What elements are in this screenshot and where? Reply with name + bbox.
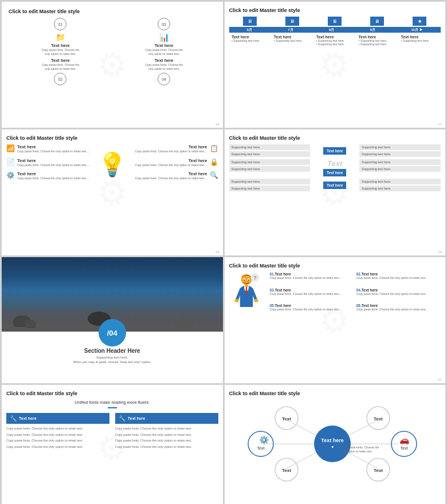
svg-point-16 (314, 426, 351, 462)
s3-l1-title: Text here (17, 144, 89, 149)
slide-8: ⚙ Click to edit Master title style Text … (225, 385, 446, 504)
slide7-title: Click to edit Master title style (6, 391, 218, 396)
slide4-row2: Supporting text here. Supporting text he… (229, 159, 441, 176)
s4-r1-sup3: Supporting text here. (359, 144, 441, 150)
svg-text:Text: Text (257, 446, 264, 450)
page-num-4: 19 (438, 250, 442, 254)
svg-point-3 (244, 279, 245, 281)
slide7-cols: 🔧 Text here Copy paste fonts. Choose the… (6, 413, 218, 450)
slide4-title: Click to edit Master title style (229, 135, 441, 141)
section-supporting: Supporting text here. (96, 356, 128, 359)
item02-title: Text here (40, 58, 80, 63)
circle-04: 04 (158, 73, 170, 85)
person-illustration: ? (229, 272, 264, 315)
s6-item-06: 06.Text here Copy paste fonts. Choose th… (356, 304, 441, 317)
s4-r2-sup2: Supporting text here. (229, 166, 311, 172)
s6-item-05: 05.Text here Copy paste fonts. Choose th… (270, 304, 354, 317)
slide3-left: 📶 Text here Copy paste fonts. Choose the… (6, 144, 94, 185)
slide-6: ⚙ Click to edit Master title style (225, 257, 446, 383)
s3-r1-desc: Copy paste fonts. Choose the only option… (135, 149, 207, 153)
s3-l3-title: Text here (17, 171, 89, 176)
slide8-desc: Copy paste fonts. Choose the only option… (341, 446, 381, 453)
slide7-col1: 🔧 Text here Copy paste fonts. Choose the… (6, 413, 109, 450)
tl-icon-2: 🖥 (274, 17, 311, 26)
svg-point-4 (248, 279, 249, 281)
item01-desc: Copy paste fonts. Choose the only option… (40, 48, 80, 56)
tl-content-5: Text here • Supporting text here. (401, 35, 438, 46)
slide7-col1-bar: 🔧 Text here (6, 413, 109, 424)
slide8-diagram: Text here ● Text Text ⚙️ Text 🚗 Tex (229, 400, 441, 491)
s4-r1-sup4: Supporting text here. (359, 151, 441, 157)
item01-title: Text here (40, 43, 80, 48)
slide2-title: Click to edit Master title style (229, 7, 441, 13)
watermark-2: ⚙ (311, 40, 358, 90)
item03-desc: Copy paste fonts. Choose the only option… (144, 48, 184, 56)
s4-r3-sup3: Supporting text here. (359, 179, 441, 184)
slide-2: ⚙ Click to edit Master title style 🖥 🖥 (225, 2, 446, 128)
s6-item-01: 01.Text here Copy paste fonts. Choose th… (270, 272, 354, 286)
slide1-top-items: 01 📁 Text here Copy paste fonts. Choose … (9, 18, 216, 56)
slide-3: ⚙ Click to edit Master title style 📶 Tex… (2, 129, 223, 255)
chart-icon: 📊 (144, 33, 184, 42)
s3-r1-title: Text here (135, 144, 207, 149)
svg-text:Text: Text (400, 446, 407, 450)
section-header: Section Header Here (84, 348, 140, 354)
svg-text:Text: Text (282, 468, 291, 473)
slide7-col1-title: Text here (19, 416, 37, 420)
lock-icon: 🔒 (210, 158, 218, 166)
s7-c1-l1: Copy paste fonts. Choose the only option… (6, 427, 109, 431)
s3-r3-title: Text here (135, 171, 207, 176)
svg-text:?: ? (253, 275, 257, 281)
svg-text:🚗: 🚗 (399, 435, 410, 445)
s3-l1-desc: Copy paste fonts. Choose the only option… (17, 149, 89, 153)
s7-c2-l2: Copy paste fonts. Choose the only option… (115, 433, 218, 438)
s7-c1-l2: Copy paste fonts. Choose the only option… (6, 433, 109, 438)
s7-c1-l4: Copy paste fonts. Choose the only option… (6, 445, 109, 450)
slide-7: ⚙ Click to edit Master title style Unifi… (2, 385, 223, 504)
slide7-col2-bar: 🔧 Text here (115, 413, 218, 424)
s4-r2-text: Text (327, 159, 342, 168)
person-container: ? (229, 272, 266, 317)
bulb-icon: 💡 (98, 153, 127, 176)
tl-content-4: Text here • Supporting text here. • Supp… (359, 35, 396, 46)
gear-icon-l: ⚙️ (6, 171, 15, 179)
tl-content-3: Text here • Supporting text here. • Supp… (316, 35, 354, 46)
wrench-icon-2: 🔧 (119, 415, 126, 422)
item04-title: Text here (144, 58, 184, 63)
item02-desc: Copy paste fonts. Choose the only option… (40, 63, 80, 70)
tl-icon-1: 🖥 (232, 17, 269, 26)
tl-content-1: Text here • Supporting text here. (232, 35, 269, 46)
s3-r2-title: Text here (135, 158, 207, 163)
slide4-row1: Supporting text here. Supporting text he… (229, 144, 441, 157)
slide-4: ⚙ Click to edit Master title style Suppo… (225, 129, 446, 255)
svg-text:Text here: Text here (321, 438, 343, 443)
slide3-title: Click to edit Master title style (6, 135, 218, 141)
s7-c2-l4: Copy paste fonts. Choose the only option… (115, 445, 218, 450)
slide-5: /04 Section Header Here Supporting text … (2, 257, 223, 383)
s4-r2-sup1: Supporting text here. (229, 159, 311, 165)
slide4-row3: Supporting text here. Supporting text he… (229, 179, 441, 191)
s4-r3-sup1: Supporting text here. (229, 179, 311, 184)
s3-l2-title: Text here (17, 158, 89, 163)
s4-r1-sup1: Supporting text here. (229, 144, 311, 150)
item04-desc: Copy paste fonts. Choose the only option… (144, 63, 184, 70)
wifi-icon: 📶 (6, 144, 15, 152)
page-num-6: 21 (438, 378, 442, 381)
tl-icon-4: 🖥 (359, 17, 396, 26)
clipboard-icon: 📋 (210, 144, 218, 152)
s7-c2-l3: Copy paste fonts. Choose the only option… (115, 439, 218, 443)
s4-r3-sup2: Supporting text here. (229, 186, 311, 191)
s3-l3-desc: Copy paste fonts. Choose the only option… (17, 176, 89, 180)
slide8-title: Click to edit Master title style (229, 391, 441, 396)
s7-c2-l1: Copy paste fonts. Choose the only option… (115, 427, 218, 431)
circle-03: 03 (158, 18, 170, 30)
s4-r3-sup4: Supporting text here. (359, 186, 441, 191)
folder-icon: 📁 (40, 33, 80, 42)
s6-item-04: 04.Text here Copy paste fonts. Choose th… (356, 288, 441, 302)
tl-content-2: Text here • Supporting text here. (274, 35, 311, 46)
item03-title: Text here (144, 43, 184, 48)
slide6-title: Click to edit Master title style (229, 263, 441, 269)
s7-c1-l3: Copy paste fonts. Choose the only option… (6, 439, 109, 443)
wrench-icon-1: 🔧 (10, 415, 17, 422)
s4-r3-btn: Text here (323, 182, 346, 189)
